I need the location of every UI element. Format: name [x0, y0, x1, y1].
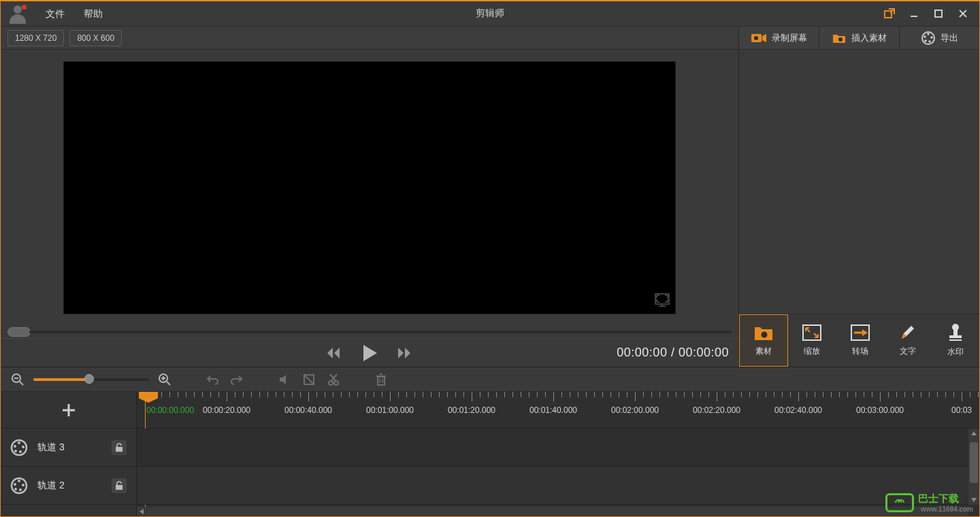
- tab-watermark-label: 水印: [947, 346, 964, 358]
- zoom-in-button[interactable]: [156, 371, 174, 388]
- svg-point-21: [924, 39, 927, 42]
- export-button[interactable]: 导出: [899, 27, 979, 49]
- user-avatar[interactable]: [7, 3, 28, 24]
- svg-point-64: [14, 488, 17, 490]
- tab-watermark[interactable]: 水印: [932, 314, 979, 367]
- scrub-thumb[interactable]: [7, 327, 31, 337]
- insert-material-button[interactable]: 插入素材: [819, 27, 899, 49]
- tab-text-label: 文字: [900, 346, 916, 357]
- split-button[interactable]: [300, 371, 318, 388]
- svg-point-65: [14, 483, 16, 486]
- site-watermark: 巴士下载 www.11684.com: [885, 493, 973, 513]
- watermark-text: 巴士下载: [918, 493, 973, 505]
- scroll-left-icon[interactable]: [137, 507, 146, 516]
- popout-icon[interactable]: [877, 3, 902, 24]
- scrub-track[interactable]: [29, 331, 732, 333]
- action-bar: 录制屏幕 插入素材 导出: [739, 27, 979, 50]
- tab-zoom-label: 缩放: [804, 346, 820, 357]
- redo-button[interactable]: [228, 371, 246, 388]
- play-button[interactable]: [361, 344, 378, 362]
- video-preview[interactable]: [63, 61, 676, 314]
- scrub-bar[interactable]: [1, 326, 738, 338]
- zoom-slider-knob[interactable]: [84, 374, 94, 384]
- zoom-arrows-icon: [802, 324, 822, 341]
- svg-rect-46: [378, 377, 385, 385]
- folder-camera-icon: [753, 324, 774, 341]
- undo-button[interactable]: [203, 371, 221, 388]
- track-name: 轨道 3: [37, 441, 102, 454]
- ruler-label: 00:03:00.000: [856, 405, 904, 415]
- close-button[interactable]: [951, 3, 975, 24]
- track-lane[interactable]: [137, 467, 979, 505]
- rewind-button[interactable]: [325, 344, 343, 362]
- svg-rect-59: [116, 447, 122, 452]
- watermark-url: www.11684.com: [921, 505, 973, 513]
- insert-material-label: 插入素材: [851, 32, 887, 44]
- scroll-thumb[interactable]: [970, 442, 978, 483]
- svg-point-28: [952, 324, 959, 331]
- tab-transition-label: 转场: [852, 346, 868, 357]
- svg-rect-24: [803, 325, 821, 340]
- add-track-button[interactable]: [1, 392, 136, 429]
- current-time: 00:00:00: [617, 346, 667, 359]
- track-headers: 轨道 3 轨道 2: [1, 392, 137, 516]
- zoom-slider[interactable]: [33, 378, 149, 381]
- lock-open-icon: [115, 481, 123, 490]
- svg-marker-11: [398, 348, 404, 358]
- track-header-3[interactable]: 轨道 3: [1, 429, 136, 467]
- total-time: 00:00:00: [679, 346, 729, 359]
- tab-zoom[interactable]: 缩放: [788, 314, 836, 367]
- export-label: 导出: [941, 32, 958, 44]
- record-screen-button[interactable]: 录制屏幕: [739, 27, 819, 49]
- svg-marker-39: [280, 375, 286, 384]
- resolution-800x600[interactable]: 800 X 600: [69, 30, 122, 46]
- svg-marker-9: [334, 348, 340, 358]
- resolution-1280x720[interactable]: 1280 X 720: [7, 30, 64, 46]
- menu-help[interactable]: 帮助: [74, 1, 112, 26]
- svg-rect-29: [953, 330, 958, 335]
- svg-point-23: [762, 332, 768, 338]
- delete-button[interactable]: [372, 371, 390, 388]
- svg-rect-66: [116, 485, 122, 490]
- fullscreen-icon[interactable]: [655, 293, 670, 308]
- svg-point-57: [14, 450, 17, 452]
- ruler-label: 00:01:00.000: [366, 405, 414, 415]
- cut-button[interactable]: [325, 371, 342, 388]
- track-name: 轨道 2: [37, 480, 102, 492]
- right-tabs: 素材 缩放 转场 文字 水印: [739, 314, 979, 367]
- track-lock-button[interactable]: [112, 478, 127, 493]
- record-screen-label: 录制屏幕: [772, 32, 807, 44]
- svg-rect-30: [949, 335, 962, 338]
- maximize-button[interactable]: [926, 3, 951, 24]
- pencil-icon: [899, 324, 917, 341]
- forward-button[interactable]: [396, 344, 414, 362]
- zoom-out-button[interactable]: [9, 371, 27, 388]
- mute-button[interactable]: [276, 371, 293, 388]
- svg-point-61: [18, 480, 20, 482]
- folder-camera-icon: [832, 33, 846, 44]
- svg-point-19: [930, 36, 933, 39]
- svg-line-34: [20, 382, 23, 385]
- track-lock-button[interactable]: [112, 440, 127, 455]
- timeline-area[interactable]: 00:00:20.00000:00:40.00000:01:00.00000:0…: [137, 392, 979, 516]
- svg-rect-2: [935, 10, 942, 17]
- scroll-up-icon[interactable]: [968, 429, 979, 438]
- menu-file[interactable]: 文件: [36, 1, 74, 26]
- tab-material[interactable]: 素材: [739, 314, 788, 367]
- ruler-label: 00:02:00.000: [611, 405, 659, 415]
- svg-marker-10: [363, 345, 377, 361]
- horizontal-scrollbar[interactable]: [137, 507, 968, 516]
- svg-rect-31: [949, 339, 962, 341]
- track-header-2[interactable]: 轨道 2: [1, 467, 136, 505]
- app-title: 剪辑师: [476, 7, 504, 20]
- tab-transition[interactable]: 转场: [836, 314, 883, 367]
- tab-text[interactable]: 文字: [884, 314, 932, 367]
- camera-record-icon: [751, 33, 766, 44]
- titlebar: 文件 帮助 剪辑师: [1, 1, 979, 26]
- svg-marker-27: [862, 329, 868, 336]
- timeline-ruler[interactable]: 00:00:20.00000:00:40.00000:01:00.00000:0…: [137, 392, 979, 429]
- svg-point-20: [928, 40, 931, 43]
- minimize-button[interactable]: [902, 3, 926, 24]
- track-lane[interactable]: [137, 429, 979, 467]
- playback-time: 00:00:00 / 00:00:00: [617, 346, 729, 360]
